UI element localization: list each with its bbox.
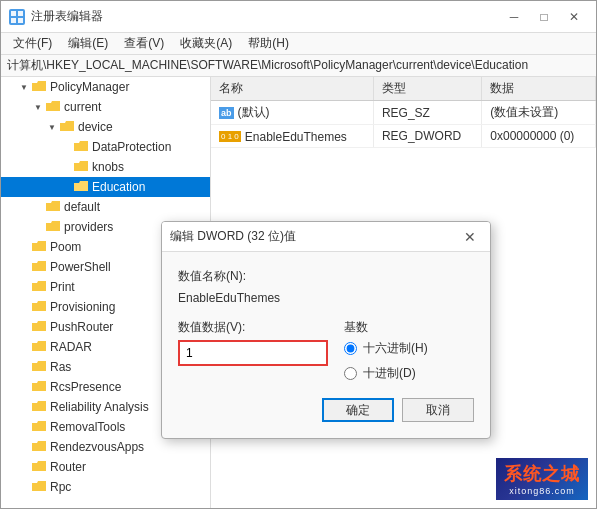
dialog-body: 数值名称(N): EnableEduThemes 数值数据(V): 基数 十六进…	[162, 252, 490, 438]
svg-rect-2	[11, 18, 16, 23]
registry-table: 名称 类型 数据 ab (默认) REG_SZ	[211, 77, 596, 148]
reg-data-eduthemes: 0x00000000 (0)	[482, 125, 596, 148]
data-value-input[interactable]	[178, 340, 328, 366]
folder-icon	[31, 480, 47, 494]
tree-label: default	[64, 200, 100, 214]
radio-dec-text: 十进制(D)	[363, 365, 416, 382]
watermark: 系统之城 xitong86.com	[496, 458, 588, 500]
folder-icon	[31, 300, 47, 314]
folder-icon	[31, 420, 47, 434]
tree-item-rpc[interactable]: Rpc	[1, 477, 210, 497]
tree-item-knobs[interactable]: knobs	[1, 157, 210, 177]
reg-data-default: (数值未设置)	[482, 101, 596, 125]
expand-arrow	[17, 260, 31, 274]
expand-arrow	[17, 480, 31, 494]
window-controls: ─ □ ✕	[500, 6, 588, 28]
expand-arrow	[17, 280, 31, 294]
base-label: 基数	[344, 319, 474, 336]
radio-hex-input[interactable]	[344, 342, 357, 355]
folder-icon	[31, 400, 47, 414]
svg-rect-7	[46, 204, 60, 211]
folder-icon	[59, 120, 75, 134]
svg-rect-1	[18, 11, 23, 16]
svg-rect-0	[11, 11, 16, 16]
tree-item-default[interactable]: default	[1, 197, 210, 217]
name-label: 数值名称(N):	[178, 268, 474, 285]
radio-dec-label[interactable]: 十进制(D)	[344, 365, 474, 382]
address-bar: 计算机\HKEY_LOCAL_MACHINE\SOFTWARE\Microsof…	[1, 55, 596, 77]
svg-rect-17	[32, 404, 46, 411]
tree-label: providers	[64, 220, 113, 234]
expand-arrow	[17, 240, 31, 254]
tree-label: Rpc	[50, 480, 71, 494]
expand-arrow	[59, 140, 73, 154]
tree-label: RADAR	[50, 340, 92, 354]
menu-view[interactable]: 查看(V)	[116, 33, 172, 54]
tree-label: Poom	[50, 240, 81, 254]
folder-icon	[31, 340, 47, 354]
tree-item-current[interactable]: current	[1, 97, 210, 117]
tree-label: Ras	[50, 360, 71, 374]
minimize-button[interactable]: ─	[500, 6, 528, 28]
folder-icon	[31, 360, 47, 374]
tree-label: current	[64, 100, 101, 114]
menu-favorites[interactable]: 收藏夹(A)	[172, 33, 240, 54]
edit-dword-dialog: 编辑 DWORD (32 位)值 ✕ 数值名称(N): EnableEduThe…	[161, 221, 491, 439]
tree-item-policymanager[interactable]: PolicyManager	[1, 77, 210, 97]
dialog-close-button[interactable]: ✕	[458, 226, 482, 248]
menu-file[interactable]: 文件(F)	[5, 33, 60, 54]
expand-arrow	[17, 340, 31, 354]
table-row[interactable]: 0 1 0 EnableEduThemes REG_DWORD 0x000000…	[211, 125, 596, 148]
tree-label: Print	[50, 280, 75, 294]
folder-icon	[73, 160, 89, 174]
tree-item-device[interactable]: device	[1, 117, 210, 137]
tree-item-router[interactable]: Router	[1, 457, 210, 477]
menu-help[interactable]: 帮助(H)	[240, 33, 297, 54]
tree-item-dataprotection[interactable]: DataProtection	[1, 137, 210, 157]
tree-label: device	[78, 120, 113, 134]
radio-group: 十六进制(H) 十进制(D)	[344, 340, 474, 382]
expand-arrow	[17, 440, 31, 454]
expand-arrow	[31, 200, 45, 214]
svg-rect-21	[32, 484, 46, 491]
folder-icon	[31, 440, 47, 454]
svg-rect-4	[74, 144, 88, 151]
svg-rect-20	[32, 464, 46, 471]
folder-icon	[31, 260, 47, 274]
svg-rect-8	[46, 224, 60, 231]
watermark-box: 系统之城 xitong86.com	[496, 458, 588, 500]
app-icon	[9, 9, 25, 25]
tree-label: knobs	[92, 160, 124, 174]
col-type: 类型	[373, 77, 481, 101]
expand-arrow	[17, 360, 31, 374]
maximize-button[interactable]: □	[530, 6, 558, 28]
cancel-button[interactable]: 取消	[402, 398, 474, 422]
svg-rect-6	[74, 184, 88, 191]
radio-dec-input[interactable]	[344, 367, 357, 380]
svg-rect-14	[32, 344, 46, 351]
folder-icon	[31, 240, 47, 254]
table-row[interactable]: ab (默认) REG_SZ (数值未设置)	[211, 101, 596, 125]
tree-label: PushRouter	[50, 320, 113, 334]
tree-item-rendezvous[interactable]: RendezvousApps	[1, 437, 210, 457]
svg-rect-13	[32, 324, 46, 331]
svg-rect-15	[32, 364, 46, 371]
expand-arrow	[17, 320, 31, 334]
folder-icon	[45, 100, 61, 114]
tree-label: Reliability Analysis	[50, 400, 149, 414]
tree-label: RemovalTools	[50, 420, 125, 434]
ok-button[interactable]: 确定	[322, 398, 394, 422]
svg-rect-10	[32, 264, 46, 271]
tree-item-education[interactable]: Education	[1, 177, 210, 197]
folder-icon	[73, 180, 89, 194]
menu-edit[interactable]: 编辑(E)	[60, 33, 116, 54]
expand-arrow	[17, 300, 31, 314]
watermark-subtitle: xitong86.com	[509, 486, 575, 496]
folder-icon	[31, 460, 47, 474]
folder-icon	[45, 200, 61, 214]
close-button[interactable]: ✕	[560, 6, 588, 28]
radio-hex-label[interactable]: 十六进制(H)	[344, 340, 474, 357]
address-path: 计算机\HKEY_LOCAL_MACHINE\SOFTWARE\Microsof…	[7, 57, 528, 74]
dialog-row: 数值数据(V): 基数 十六进制(H) 十进制(D)	[178, 319, 474, 382]
dialog-left: 数值数据(V):	[178, 319, 328, 366]
